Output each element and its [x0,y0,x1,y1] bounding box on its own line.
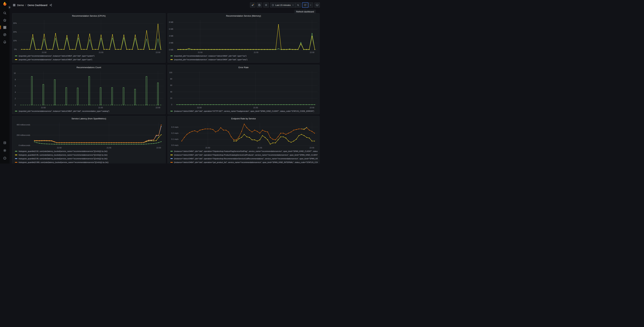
legend-item[interactable]: {instance="otelcol:9464", job="otel", op… [170,160,318,164]
panel-title[interactable]: Recommendation Service (Memory) [168,14,319,18]
refresh-dashboard-button[interactable] [302,3,308,8]
sidebar-item-dashboards[interactable] [2,25,8,30]
panel-recommendation-service-cpu: Recommendation Service (CPU%) 21:5021:55… [12,13,166,62]
sidebar-item-search[interactable] [2,10,8,15]
svg-text:20%: 20% [13,31,17,33]
svg-text:21:50: 21:50 [198,51,203,54]
breadcrumb-root[interactable]: Demo [17,4,24,6]
breadcrumb: Demo / Demo Dashboard [13,3,52,7]
legend-label: histogram_quantile(0.999, sum(rate(laten… [19,161,108,163]
share-alt-icon[interactable] [49,4,52,6]
legend-item[interactable]: {exported_job="recommendationservice", i… [15,58,164,62]
svg-text:200 milliseconds: 200 milliseconds [16,134,30,136]
legend-item[interactable]: {exported_job="recommendationservice", i… [170,58,318,62]
svg-text:0: 0 [15,104,16,106]
svg-text:0.3 req/s: 0.3 req/s [171,126,178,128]
legend-label: {instance="otelcol:9464", job="otel", op… [174,154,318,156]
panel-recommendations-count: Recommendations Count 21:5021:5522:00024… [12,65,166,114]
refresh-interval-dropdown[interactable] [308,3,313,8]
svg-text:0.2 req/s: 0.2 req/s [171,132,178,134]
expand-sidebar-button[interactable] [8,5,12,9]
legend-label: {exported_job="recommendationservice", i… [19,55,94,57]
legend-item[interactable]: {instance="otelcol:9464", job="otel", op… [170,150,318,153]
legend-item[interactable]: histogram_quantile(0.999, sum(rate(laten… [15,160,164,164]
legend-item[interactable]: {instance="otelcol:9464", job="otel", op… [170,109,318,113]
legend-item[interactable]: histogram_quantile(0.99, sum(rate(latenc… [15,157,164,160]
legend-swatch [170,162,173,163]
active-indicator-bar [0,26,1,29]
legend-swatch [170,111,173,112]
legend-label: {instance="otelcol:9464", job="otel", op… [174,110,314,112]
panel-error-rate: Error Rate 21:5021:5522:00020406080100 {… [168,65,320,114]
svg-text:21:50: 21:50 [42,51,46,54]
legend-item[interactable]: {exported_job="recommendationservice", i… [15,54,164,58]
legend-item[interactable]: {exported_job="recommendationservice", i… [15,109,164,113]
svg-text:21:50: 21:50 [41,106,46,108]
cpu-chart[interactable]: 21:5021:5522:000%10%20%30% [12,18,165,54]
svg-text:22:00: 22:00 [310,51,314,54]
svg-text:4: 4 [15,91,16,93]
chevron-down-icon [292,4,294,6]
panel-legend: histogram_quantile(0.50, sum(rate(latenc… [12,149,165,164]
svg-text:21:50: 21:50 [197,106,202,108]
refresh-dashboard-tooltip: Refresh dashboard [294,10,316,14]
svg-text:0 milliseconds: 0 milliseconds [19,144,30,146]
dashboard-settings-button[interactable] [264,2,269,8]
sidebar: ? [0,0,10,164]
refresh-group [302,2,313,8]
svg-text:0%: 0% [14,48,17,50]
panel-title[interactable]: Endpoint Rate by Service [168,116,319,121]
sidebar-item-explore[interactable] [2,32,8,37]
legend-label: {exported_job="recommendationservice", i… [19,58,92,60]
legend-swatch [15,151,17,152]
legend-item[interactable]: histogram_quantile(0.50, sum(rate(latenc… [15,150,164,153]
error-rate-chart[interactable]: 21:5021:5522:00020406080100 [168,70,319,109]
sidebar-item-starred[interactable] [2,18,8,22]
legend-swatch [15,162,17,163]
svg-text:2: 2 [15,98,16,100]
legend-label: histogram_quantile(0.50, sum(rate(latenc… [19,150,108,152]
svg-text:8: 8 [15,78,16,80]
zoom-out-time-range-button[interactable] [295,3,301,8]
service-latency-chart[interactable]: 21:5021:5522:000 milliseconds200 millise… [12,121,165,149]
panel-title[interactable]: Service Latency (from SpanMetrics) [12,116,165,121]
panel-title[interactable]: Recommendation Service (CPU%) [12,14,165,18]
endpoint-rate-chart[interactable]: 21:5021:5522:000.0 req/s0.1 req/s0.2 req… [168,121,319,149]
legend-item[interactable]: {instance="otelcol:9464", job="otel", op… [170,153,318,157]
grafana-logo-icon[interactable] [2,2,7,6]
legend-label: histogram_quantile(0.99, sum(rate(latenc… [19,158,108,160]
sidebar-item-alerting[interactable] [2,40,8,44]
time-range-picker[interactable]: Last 15 minutes [270,3,295,8]
legend-item[interactable]: {instance="otelcol:9464", job="otel", op… [170,157,318,160]
clock-icon [272,4,274,6]
svg-text:0: 0 [171,104,172,106]
save-dashboard-button[interactable] [257,2,262,8]
memory-chart[interactable]: 21:5021:5522:000 MB2 MB4 MB6 MB8 MB [168,18,319,54]
recommendations-count-chart[interactable]: 21:5021:5522:000246810 [12,70,165,109]
sidebar-item-help[interactable]: ? [2,156,8,160]
sidebar-item-settings[interactable] [2,148,8,153]
sidebar-item-sign-in[interactable] [2,140,8,145]
add-panel-button[interactable] [250,2,255,8]
panel-title[interactable]: Recommendations Count [12,65,165,70]
dashboard-toolbar: Last 15 minutes [250,2,320,8]
panel-legend: {exported_job="recommendationservice", i… [12,109,165,114]
panel-title[interactable]: Error Rate [168,65,319,70]
legend-swatch [170,56,173,56]
legend-swatch [15,158,17,159]
apps-icon [13,4,16,6]
svg-text:10%: 10% [13,40,17,42]
panel-legend: {exported_job="recommendationservice", i… [168,54,319,62]
legend-label: {instance="otelcol:9464", job="otel", op… [174,150,318,152]
cycle-view-mode-button[interactable] [314,2,320,8]
legend-swatch [170,59,173,60]
legend-item[interactable]: {exported_job="recommendationservice", i… [170,54,318,58]
svg-text:0.0 req/s: 0.0 req/s [171,144,178,146]
time-range-group: Last 15 minutes [270,2,301,8]
svg-text:21:55: 21:55 [253,106,258,108]
legend-swatch [170,154,173,155]
legend-item[interactable]: histogram_quantile(0.95, sum(rate(latenc… [15,153,164,157]
sidebar-top-group [2,6,8,47]
panel-service-latency: Service Latency (from SpanMetrics) 21:50… [12,116,166,164]
breadcrumb-current: Demo Dashboard [28,4,47,6]
